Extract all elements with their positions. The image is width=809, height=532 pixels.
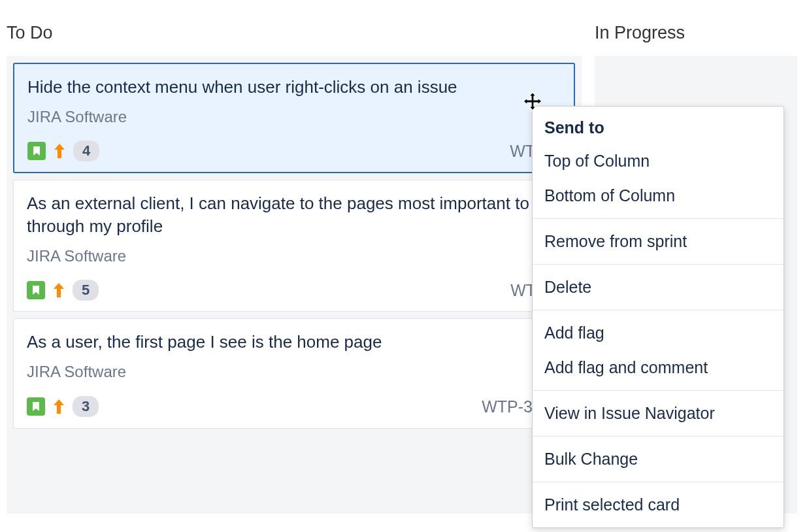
context-menu: Send to Top of Column Bottom of Column R…	[532, 106, 784, 528]
story-icon	[27, 397, 45, 416]
menu-item-add-flag-comment[interactable]: Add flag and comment	[533, 350, 784, 385]
card-meta: 3	[27, 396, 99, 417]
estimate-badge: 3	[73, 396, 99, 417]
issue-title: Hide the context menu when user right-cl…	[27, 76, 561, 99]
card-footer: 5 WTP-2	[27, 280, 561, 301]
card-meta: 5	[27, 280, 99, 301]
estimate-badge: 4	[73, 141, 99, 161]
issue-epic: JIRA Software	[27, 363, 561, 381]
column-body-todo[interactable]: Hide the context menu when user right-cl…	[7, 56, 582, 514]
menu-group-sendto: Send to Top of Column Bottom of Column	[533, 107, 784, 219]
card-footer: 4 WTP-1	[27, 141, 561, 161]
menu-group-bulk: Bulk Change	[533, 437, 784, 482]
menu-item-bottom-of-column[interactable]: Bottom of Column	[533, 178, 784, 213]
menu-item-add-flag[interactable]: Add flag	[533, 316, 784, 350]
move-cursor-icon	[523, 91, 542, 111]
menu-group-flag: Add flag Add flag and comment	[533, 310, 784, 391]
menu-item-view-issue-navigator[interactable]: View in Issue Navigator	[533, 396, 784, 431]
card-footer: 3 WTP-3	[27, 395, 561, 418]
column-header-in-progress: In Progress	[595, 7, 797, 56]
story-icon	[27, 142, 46, 160]
column-todo: To Do Hide the context menu when user ri…	[7, 7, 582, 514]
issue-epic: JIRA Software	[27, 247, 561, 265]
issue-title: As a user, the first page I see is the h…	[27, 331, 561, 354]
estimate-badge: 5	[73, 280, 99, 301]
menu-item-delete[interactable]: Delete	[533, 270, 784, 305]
menu-group-delete: Delete	[533, 265, 784, 310]
menu-item-print-card[interactable]: Print selected card	[533, 488, 784, 522]
issue-card[interactable]: As a user, the first page I see is the h…	[13, 318, 575, 429]
story-icon	[27, 281, 45, 299]
issue-card[interactable]: Hide the context menu when user right-cl…	[13, 63, 575, 173]
menu-group-navigator: View in Issue Navigator	[533, 391, 784, 437]
priority-medium-icon	[53, 283, 65, 297]
issue-epic: JIRA Software	[27, 108, 561, 126]
menu-item-top-of-column[interactable]: Top of Column	[533, 144, 784, 178]
card-meta: 4	[27, 141, 99, 161]
priority-medium-icon	[54, 144, 65, 158]
menu-group-print: Print selected card	[533, 482, 784, 527]
menu-group-sprint: Remove from sprint	[533, 219, 784, 265]
issue-key: WTP-3	[482, 397, 533, 416]
menu-header-sendto: Send to	[533, 112, 784, 144]
menu-item-remove-from-sprint[interactable]: Remove from sprint	[533, 224, 784, 259]
issue-card[interactable]: As an external client, I can navigate to…	[13, 180, 575, 312]
menu-item-bulk-change[interactable]: Bulk Change	[533, 442, 784, 476]
priority-medium-icon	[53, 399, 65, 414]
issue-title: As an external client, I can navigate to…	[27, 192, 561, 238]
column-header-todo: To Do	[7, 7, 582, 56]
